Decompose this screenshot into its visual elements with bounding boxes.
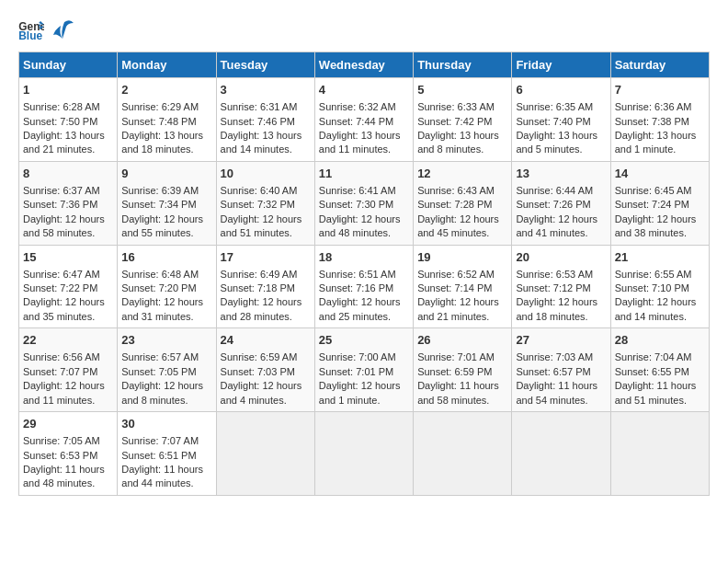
day-content-line: Sunrise: 6:55 AM	[615, 268, 705, 282]
day-number: 19	[417, 249, 507, 266]
calendar-cell: 7Sunrise: 6:36 AMSunset: 7:38 PMDaylight…	[610, 78, 709, 162]
day-number: 4	[319, 82, 409, 98]
calendar-cell: 22Sunrise: 6:56 AMSunset: 7:07 PMDayligh…	[19, 328, 118, 412]
day-content-line: Daylight: 12 hours	[23, 379, 113, 393]
calendar-cell: 11Sunrise: 6:41 AMSunset: 7:30 PMDayligh…	[314, 161, 413, 245]
day-content-line: Daylight: 13 hours	[121, 129, 211, 143]
day-content-line: and 58 minutes.	[417, 394, 507, 408]
day-number: 16	[121, 249, 211, 266]
day-content-line: Sunrise: 6:31 AM	[221, 100, 311, 114]
day-content-line: and 1 minute.	[615, 143, 705, 156]
day-content-line: Sunset: 7:42 PM	[417, 115, 507, 129]
day-content-line: and 31 minutes.	[121, 310, 211, 324]
day-number: 7	[615, 82, 705, 98]
day-content-line: and 51 minutes.	[615, 394, 705, 408]
calendar-cell	[216, 412, 314, 496]
calendar-week-row: 1Sunrise: 6:28 AMSunset: 7:50 PMDaylight…	[19, 78, 710, 162]
day-content-line: and 21 minutes.	[23, 143, 113, 156]
day-content-line: Sunrise: 6:29 AM	[121, 100, 211, 114]
header-day-tuesday: Tuesday	[216, 52, 314, 78]
day-content-line: Sunset: 7:24 PM	[615, 198, 705, 212]
day-number: 25	[319, 332, 409, 349]
day-content-line: Sunrise: 6:35 AM	[516, 100, 606, 114]
day-content-line: Daylight: 13 hours	[417, 129, 507, 143]
day-content-line: and 55 minutes.	[121, 226, 211, 240]
calendar-cell	[414, 412, 512, 496]
day-number: 17	[221, 249, 311, 266]
calendar-cell: 18Sunrise: 6:51 AMSunset: 7:16 PMDayligh…	[314, 245, 413, 328]
calendar-cell: 17Sunrise: 6:49 AMSunset: 7:18 PMDayligh…	[216, 245, 314, 328]
day-content-line: Sunrise: 6:51 AM	[319, 268, 409, 282]
day-content-line: Sunset: 7:18 PM	[221, 282, 311, 295]
day-content-line: Sunset: 7:36 PM	[23, 198, 113, 212]
svg-text:Blue: Blue	[18, 29, 42, 40]
day-content-line: Daylight: 12 hours	[23, 295, 113, 309]
calendar-cell	[512, 412, 610, 496]
calendar-cell	[314, 412, 413, 496]
day-content-line: Sunrise: 7:03 AM	[516, 350, 606, 364]
day-content-line: Daylight: 12 hours	[121, 295, 211, 309]
day-content-line: Sunrise: 6:39 AM	[121, 184, 211, 198]
day-content-line: Daylight: 13 hours	[615, 129, 705, 143]
day-content-line: Sunrise: 6:40 AM	[221, 184, 311, 198]
logo: General Blue	[18, 18, 77, 42]
calendar-header-row: SundayMondayTuesdayWednesdayThursdayFrid…	[19, 52, 710, 78]
calendar-week-row: 22Sunrise: 6:56 AMSunset: 7:07 PMDayligh…	[19, 328, 710, 412]
calendar-cell: 29Sunrise: 7:05 AMSunset: 6:53 PMDayligh…	[19, 412, 118, 496]
day-number: 13	[516, 166, 606, 182]
day-content-line: Daylight: 12 hours	[516, 213, 606, 226]
calendar-cell: 28Sunrise: 7:04 AMSunset: 6:55 PMDayligh…	[610, 328, 709, 412]
logo-icon: General Blue	[18, 20, 44, 40]
day-number: 2	[121, 82, 211, 98]
day-number: 11	[319, 166, 409, 182]
day-content-line: Sunset: 6:57 PM	[516, 365, 606, 379]
day-content-line: Sunset: 7:22 PM	[23, 282, 113, 295]
calendar-cell: 8Sunrise: 6:37 AMSunset: 7:36 PMDaylight…	[19, 161, 118, 245]
header-day-saturday: Saturday	[610, 52, 709, 78]
calendar-week-row: 8Sunrise: 6:37 AMSunset: 7:36 PMDaylight…	[19, 161, 710, 245]
day-number: 29	[23, 416, 113, 432]
calendar-cell: 5Sunrise: 6:33 AMSunset: 7:42 PMDaylight…	[414, 78, 512, 162]
day-number: 22	[23, 332, 113, 349]
day-content-line: and 48 minutes.	[23, 477, 113, 490]
day-content-line: and 44 minutes.	[121, 477, 211, 490]
day-content-line: Sunrise: 6:57 AM	[121, 350, 211, 364]
day-content-line: Sunrise: 7:04 AM	[615, 350, 705, 364]
day-content-line: and 11 minutes.	[319, 143, 409, 156]
day-content-line: and 18 minutes.	[121, 143, 211, 156]
day-content-line: Daylight: 12 hours	[417, 295, 507, 309]
day-content-line: Daylight: 12 hours	[221, 379, 311, 393]
day-content-line: Sunset: 7:12 PM	[516, 282, 606, 295]
calendar-cell: 30Sunrise: 7:07 AMSunset: 6:51 PMDayligh…	[118, 412, 216, 496]
day-content-line: Daylight: 12 hours	[319, 295, 409, 309]
day-number: 9	[121, 166, 211, 182]
calendar-cell: 27Sunrise: 7:03 AMSunset: 6:57 PMDayligh…	[512, 328, 610, 412]
day-content-line: Sunrise: 6:44 AM	[516, 184, 606, 198]
day-content-line: Sunrise: 6:28 AM	[23, 100, 113, 114]
day-content-line: Sunset: 7:03 PM	[221, 365, 311, 379]
logo-bird-icon	[46, 18, 75, 42]
day-content-line: Daylight: 12 hours	[615, 213, 705, 226]
day-content-line: and 45 minutes.	[417, 226, 507, 240]
calendar-week-row: 29Sunrise: 7:05 AMSunset: 6:53 PMDayligh…	[19, 412, 710, 496]
calendar-cell: 24Sunrise: 6:59 AMSunset: 7:03 PMDayligh…	[216, 328, 314, 412]
day-content-line: Daylight: 11 hours	[121, 463, 211, 477]
day-content-line: Sunset: 7:01 PM	[319, 365, 409, 379]
calendar-cell: 16Sunrise: 6:48 AMSunset: 7:20 PMDayligh…	[118, 245, 216, 328]
calendar-cell: 9Sunrise: 6:39 AMSunset: 7:34 PMDaylight…	[118, 161, 216, 245]
day-content-line: and 11 minutes.	[23, 394, 113, 408]
calendar-cell: 12Sunrise: 6:43 AMSunset: 7:28 PMDayligh…	[414, 161, 512, 245]
day-content-line: Sunrise: 6:33 AM	[417, 100, 507, 114]
day-content-line: Daylight: 12 hours	[221, 295, 311, 309]
calendar-cell: 1Sunrise: 6:28 AMSunset: 7:50 PMDaylight…	[19, 78, 118, 162]
day-number: 15	[23, 249, 113, 266]
day-content-line: and 25 minutes.	[319, 310, 409, 324]
day-content-line: Daylight: 11 hours	[23, 463, 113, 477]
day-content-line: Sunset: 7:14 PM	[417, 282, 507, 295]
day-content-line: and 51 minutes.	[221, 226, 311, 240]
calendar-week-row: 15Sunrise: 6:47 AMSunset: 7:22 PMDayligh…	[19, 245, 710, 328]
header-day-sunday: Sunday	[19, 52, 118, 78]
day-content-line: Sunset: 7:34 PM	[121, 198, 211, 212]
day-content-line: Daylight: 11 hours	[615, 379, 705, 393]
day-content-line: Sunrise: 6:45 AM	[615, 184, 705, 198]
